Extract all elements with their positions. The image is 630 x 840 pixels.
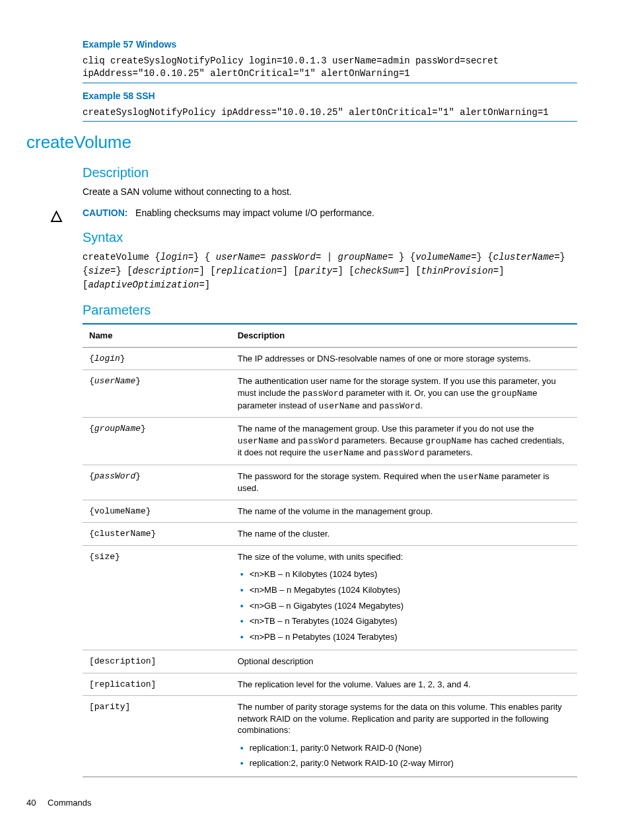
table-row: {clusterName} The name of the cluster. [83,523,577,546]
command-title: createVolume [26,131,577,154]
list-item: <n>KB – n Kilobytes (1024 bytes) [238,566,571,582]
caution-label: CAUTION: [83,208,127,218]
table-row: [replication] The replication level for … [83,673,577,696]
list-item: <n>PB – n Petabytes (1024 Terabytes) [238,629,571,645]
footer-section: Commands [48,798,91,808]
table-row: [parity] The number of parity storage sy… [83,696,577,777]
example-58-code: createSyslogNotifyPolicy ipAddress="10.0… [83,106,577,122]
list-item: <n>MB – n Megabytes (1024 Kilobytes) [238,582,571,598]
example-57-label: Example 57 Windows [83,38,577,51]
col-name: Name [83,324,231,347]
caution-text: Enabling checksums may impact volume I/O… [135,208,374,218]
cell-parity-desc: The number of parity storage systems for… [231,696,577,777]
table-row: {size} The size of the volume, with unit… [83,545,577,650]
caution-block: △ CAUTION: Enabling checksums may impact… [83,207,577,219]
parameters-heading: Parameters [83,301,577,319]
description-heading: Description [83,164,577,182]
table-row: {volumeName} The name of the volume in t… [83,500,577,523]
description-text: Create a SAN volume without connecting t… [83,186,577,198]
table-row: {groupName} The name of the management g… [83,418,577,465]
list-item: <n>GB – n Gigabytes (1024 Megabytes) [238,598,571,614]
table-row: {userName} The authentication user name … [83,370,577,418]
syntax-text: createVolume {login=} { userName= passWo… [83,250,577,292]
cell-replication-desc: The replication level for the volume. Va… [231,673,577,696]
cell-password-desc: The password for the storage system. Req… [231,465,577,500]
parameters-table: Name Description {login} The IP addresse… [83,323,577,777]
caution-icon: △ [51,206,62,225]
page-number: 40 [26,798,36,808]
cell-cluster-desc: The name of the cluster. [231,523,577,546]
syntax-heading: Syntax [83,229,577,247]
list-item: replication:2, parity:0 Network RAID-10 … [238,755,571,771]
table-row: [description] Optional description [83,650,577,673]
cell-login-desc: The IP addresses or DNS-resolvable names… [231,347,577,370]
list-item: <n>TB – n Terabytes (1024 Gigabytes) [238,613,571,629]
cell-description-desc: Optional description [231,650,577,673]
table-row: {login} The IP addresses or DNS-resolvab… [83,347,577,370]
cell-groupname-desc: The name of the management group. Use th… [231,418,577,465]
cell-volname-desc: The name of the volume in the management… [231,500,577,523]
cell-size-desc: The size of the volume, with units speci… [231,545,577,650]
table-row: {passWord} The password for the storage … [83,465,577,500]
page-footer: 40 Commands [26,797,577,809]
example-57-code: cliq createSyslogNotifyPolicy login=10.0… [83,55,577,83]
list-item: replication:1, parity:0 Network RAID-0 (… [238,740,571,756]
cell-username-desc: The authentication user name for the sto… [231,370,577,418]
col-desc: Description [231,324,577,347]
example-58-label: Example 58 SSH [83,90,577,102]
